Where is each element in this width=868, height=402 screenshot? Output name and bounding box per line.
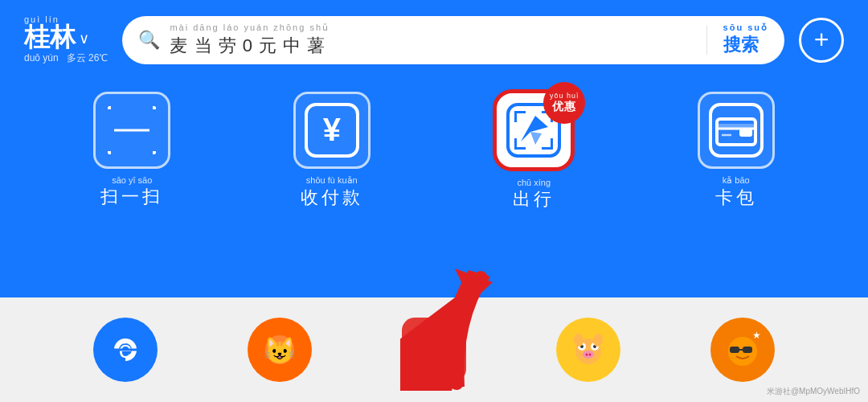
search-pinyin: mài dāng láo yuán zhōng shǔ (170, 23, 690, 33)
wallet-icon (709, 103, 764, 158)
pay-text: 收付款 (301, 186, 363, 210)
svg-rect-5 (514, 147, 526, 150)
search-bar[interactable]: 🔍 mài dāng láo yuán zhōng shǔ 麦 当 劳 0 元 … (122, 16, 784, 64)
scan-pinyin: sāo yī sāo (100, 175, 163, 185)
bottom-section: é 😺 (0, 297, 868, 402)
search-button[interactable]: sōu suǒ 搜索 (723, 23, 768, 57)
red-arrow-svg (400, 262, 513, 391)
location-block[interactable]: guì lín 桂林 ∨ duō yún 多云 26℃ (24, 14, 108, 65)
meituan-icon: 😺 (248, 318, 312, 382)
pay-icon-item[interactable]: ¥ shōu fù kuǎn 收付款 (293, 92, 371, 210)
app-container: guì lín 桂林 ∨ duō yún 多云 26℃ 🔍 mài dāng l… (0, 0, 868, 402)
travel-pinyin: chū xíng (513, 178, 555, 187)
plus-icon: + (814, 25, 829, 55)
travel-highlight-wrapper: yōu huì 优惠 (493, 89, 575, 171)
plus-button[interactable]: + (799, 18, 844, 63)
svg-text:😺: 😺 (264, 335, 296, 366)
location-name: 桂林 (24, 24, 76, 50)
svg-rect-42 (743, 347, 752, 353)
location-name-row: 桂林 ∨ (24, 24, 108, 50)
scan-text: 扫一扫 (100, 185, 163, 209)
badge-text: 优惠 (552, 100, 576, 114)
weather-text: 多云 26℃ (67, 52, 108, 64)
scan-label: sāo yī sāo 扫一扫 (100, 175, 163, 209)
svg-rect-1 (514, 111, 517, 122)
eleme-icon: é (93, 318, 158, 382)
search-placeholder: mài dāng láo yuán zhōng shǔ 麦 当 劳 0 元 中 … (170, 23, 690, 58)
weather-info: duō yún 多云 26℃ (24, 51, 108, 65)
svg-text:★: ★ (752, 330, 761, 341)
badge-pinyin: yōu huì (550, 92, 579, 100)
pay-icon-box: ¥ (293, 92, 371, 169)
fruit-app[interactable]: ★ (710, 318, 775, 382)
pig-icon (556, 318, 620, 382)
youhui-badge: yōu huì 优惠 (543, 82, 585, 124)
meituan-app[interactable]: 😺 (248, 318, 312, 382)
arrow-overlay (400, 262, 513, 394)
orange-app-icon: ★ (710, 318, 775, 382)
header-row: guì lín 桂林 ∨ duō yún 多云 26℃ 🔍 mài dāng l… (24, 14, 844, 65)
wallet-pinyin: kǎ bāo (715, 175, 757, 186)
weather-pinyin: duō yún (24, 52, 59, 64)
search-button-pinyin: sōu suǒ (723, 23, 768, 33)
svg-rect-7 (551, 138, 553, 150)
scan-corners-icon (108, 106, 156, 154)
svg-point-36 (589, 354, 592, 356)
search-divider (706, 26, 707, 55)
icons-row: sāo yī sāo 扫一扫 ¥ shōu fù kuǎn 收付款 (24, 89, 844, 211)
travel-label: chū xíng 出行 (513, 178, 555, 211)
yuan-icon: ¥ (305, 103, 359, 158)
pig-app[interactable] (556, 318, 620, 382)
scan-icon-box (93, 92, 170, 169)
svg-rect-41 (730, 347, 739, 353)
wallet-svg (715, 113, 757, 148)
scan-icon-item[interactable]: sāo yī sāo 扫一扫 (93, 92, 170, 209)
search-icon: 🔍 (138, 30, 160, 51)
search-button-text: 搜索 (723, 33, 768, 57)
pay-label: shōu fù kuǎn 收付款 (301, 175, 363, 210)
watermark: 米游社@MpMOyWebIHfO (767, 386, 860, 397)
top-section: guì lín 桂林 ∨ duō yún 多云 26℃ 🔍 mài dāng l… (0, 0, 868, 297)
eleme-app[interactable]: é (93, 318, 158, 382)
wallet-icon-box (698, 92, 775, 169)
svg-point-35 (586, 354, 588, 356)
location-pinyin: guì lín (24, 14, 108, 24)
wallet-icon-item[interactable]: kǎ bāo 卡包 (698, 92, 775, 210)
wallet-label: kǎ bāo 卡包 (715, 175, 757, 210)
wallet-text: 卡包 (715, 186, 757, 210)
pay-pinyin: shōu fù kuǎn (301, 175, 363, 186)
svg-point-34 (583, 351, 594, 359)
search-placeholder-text: 麦 当 劳 0 元 中 薯 (170, 34, 690, 58)
travel-icon-item[interactable]: yōu huì 优惠 (493, 89, 575, 211)
svg-marker-9 (530, 132, 542, 145)
chevron-down-icon: ∨ (79, 30, 89, 47)
travel-text: 出行 (513, 187, 555, 211)
